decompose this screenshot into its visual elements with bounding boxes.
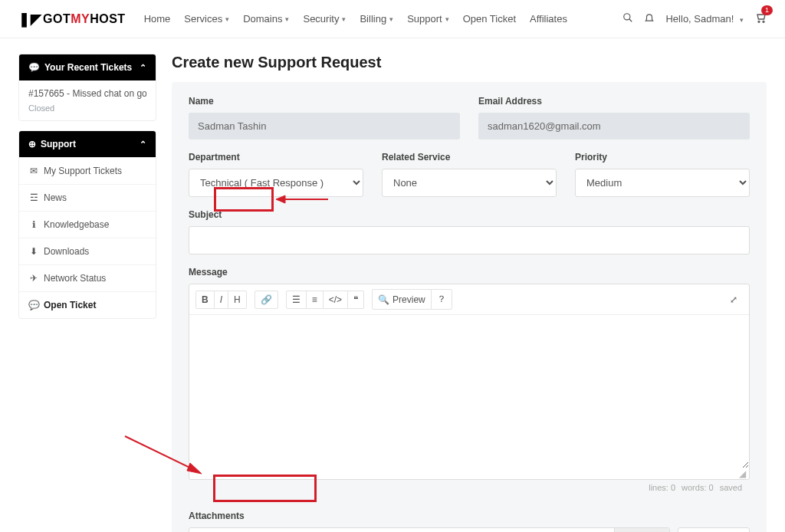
ol-button[interactable]: ≡ [306,291,324,309]
name-input: Sadman Tashin [189,113,460,140]
nav-support[interactable]: Support▾ [407,13,449,25]
heading-icon: H [234,294,241,305]
department-select[interactable]: Technical ( Fast Response ) [189,169,363,197]
editor-toolbar: B I H 🔗 ☰ ≡ </> ❝ [189,284,749,315]
sidebar-item-label: Knowledgebase [44,219,109,230]
nav-support-label: Support [407,13,442,25]
message-editor: B I H 🔗 ☰ ≡ </> ❝ [189,284,750,480]
status-words: words: 0 [682,483,714,492]
fullscreen-button[interactable]: ⤢ [724,291,743,308]
name-label: Name [189,96,460,107]
nav-security[interactable]: Security▾ [303,13,346,25]
expand-icon: ⤢ [730,294,737,305]
sidebar-item-news[interactable]: ☲News [19,184,156,211]
resize-handle-icon[interactable]: ◢ [189,468,749,479]
preview-button[interactable]: 🔍Preview [372,289,432,310]
subject-label: Subject [189,209,750,220]
link-icon: 🔗 [261,294,272,305]
caret-down-icon: ▾ [740,16,744,24]
browse-button[interactable]: Browse [614,528,669,532]
chevron-up-icon: ⌃ [140,140,146,149]
file-picker[interactable]: Choose file Browse [189,527,670,532]
brand-host: HOST [90,12,125,25]
bell-icon[interactable] [644,12,655,25]
support-panel-header[interactable]: ⊕Support ⌃ [19,131,156,157]
help-button[interactable]: ？ [431,289,452,310]
status-lines: lines: 0 [649,483,675,492]
priority-select[interactable]: Medium [575,169,750,197]
search-icon[interactable] [622,12,633,25]
quote-icon: ❝ [353,294,358,305]
nav-links: Home Services▾ Domains▾ Security▾ Billin… [144,13,567,25]
recent-tickets-header[interactable]: 💬Your Recent Tickets ⌃ [19,54,156,80]
caret-down-icon: ▾ [285,15,289,23]
svg-point-0 [624,14,630,20]
cart-icon[interactable]: 1 [754,11,767,26]
hello-user[interactable]: Hello, Sadman! ▾ [665,13,744,25]
nav-billing[interactable]: Billing▾ [360,13,393,25]
nav-right: Hello, Sadman! ▾ 1 [622,11,767,26]
sidebar-item-open-ticket[interactable]: 💬Open Ticket [19,291,156,318]
message-label: Message [189,267,750,277]
email-input: sadman1620@gmail.com [478,113,750,140]
link-button[interactable]: 🔗 [255,291,278,309]
recent-tickets-title: Your Recent Tickets [44,62,132,73]
related-service-select[interactable]: None [382,169,557,197]
code-button[interactable]: </> [323,291,348,309]
recent-tickets-panel: 💬Your Recent Tickets ⌃ #157665 - Missed … [18,54,156,121]
caret-down-icon: ▾ [342,15,346,23]
nav-security-label: Security [303,13,339,25]
support-panel-title: Support [41,139,76,149]
page-title: Create new Support Request [172,54,767,71]
nav-affiliates[interactable]: Affiliates [530,13,567,25]
nav-domains[interactable]: Domains▾ [243,13,289,25]
status-saved: saved [720,483,742,492]
nav-home[interactable]: Home [144,13,171,25]
italic-button[interactable]: I [214,291,228,309]
svg-point-3 [763,21,764,22]
bold-button[interactable]: B [195,291,215,309]
preview-label: Preview [392,294,425,305]
brand-my: MY [71,12,90,25]
brand-mark-icon: ❚◤ [18,11,41,28]
info-icon: ℹ [28,219,39,230]
bold-icon: B [202,294,209,305]
sidebar-item-label: News [44,192,67,203]
caret-down-icon: ▾ [445,15,449,23]
message-textarea[interactable] [189,315,749,468]
nav-services[interactable]: Services▾ [184,13,229,25]
support-panel: ⊕Support ⌃ ✉My Support Tickets ☲News ℹKn… [18,130,156,319]
editor-status: lines: 0 words: 0 saved [189,480,750,495]
quote-button[interactable]: ❝ [347,291,364,309]
search-icon: 🔍 [378,294,389,305]
nav-domains-label: Domains [243,13,282,25]
sidebar-item-downloads[interactable]: ⬇Downloads [19,238,156,264]
list-ul-icon: ☰ [292,294,301,305]
list-ol-icon: ≡ [312,294,317,305]
sidebar-item-knowledgebase[interactable]: ℹKnowledgebase [19,211,156,238]
form-card: Name Sadman Tashin Email Address sadman1… [172,82,767,532]
sidebar-item-label: Open Ticket [44,300,96,310]
nav-open-ticket[interactable]: Open Ticket [463,13,516,25]
sidebar-item-my-tickets[interactable]: ✉My Support Tickets [19,157,156,184]
service-label: Related Service [382,152,557,163]
brand-logo[interactable]: ❚◤ GOTMYHOST [18,11,126,28]
add-more-button[interactable]: ＋Add More [678,527,750,532]
code-icon: </> [329,294,342,305]
sidebar-item-label: Network Status [44,273,106,284]
subject-input[interactable] [189,226,750,255]
list-icon: ☲ [28,192,39,203]
sidebar-item-label: My Support Tickets [44,166,122,176]
plane-icon: ✈ [28,273,39,284]
attachments-label: Attachments [189,511,750,521]
comment-icon: 💬 [28,300,39,310]
recent-ticket-title: #157665 - Missed chat on gotmyhost.com [28,88,146,99]
ul-button[interactable]: ☰ [286,291,307,309]
lifebuoy-icon: ⊕ [28,139,36,149]
department-label: Department [189,152,363,163]
heading-button[interactable]: H [228,291,247,309]
recent-ticket-item[interactable]: #157665 - Missed chat on gotmyhost.com C… [19,80,156,120]
cart-badge: 1 [761,5,773,15]
sidebar-item-network-status[interactable]: ✈Network Status [19,264,156,291]
svg-line-1 [629,19,632,22]
